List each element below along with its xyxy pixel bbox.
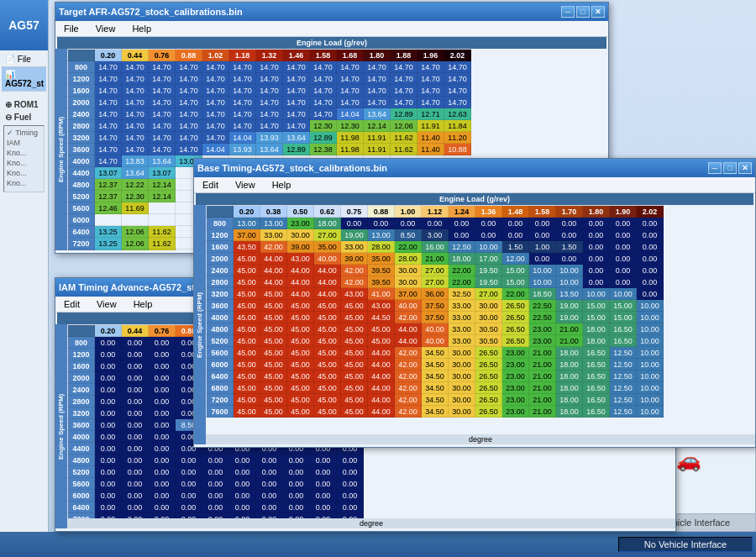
table-cell[interactable]: 0.00: [202, 455, 229, 466]
table-cell[interactable]: 13.07: [149, 167, 176, 179]
table-cell[interactable]: 45.00: [314, 300, 341, 312]
table-cell[interactable]: [149, 202, 176, 214]
table-cell[interactable]: 45.00: [287, 394, 314, 406]
table-cell[interactable]: 19.00: [556, 300, 583, 312]
base-timing-titlebar[interactable]: Base Timing-AG572_stock_calibrations.bin…: [194, 159, 755, 177]
table-cell[interactable]: 41.00: [368, 288, 395, 300]
table-cell[interactable]: 27.00: [422, 265, 449, 276]
table-cell[interactable]: 10.00: [637, 323, 664, 335]
table-cell[interactable]: 0.00: [149, 502, 176, 513]
table-cell[interactable]: 44.00: [260, 276, 287, 288]
table-cell[interactable]: 45.00: [234, 253, 260, 265]
table-cell[interactable]: 11.62: [391, 144, 417, 155]
table-cell[interactable]: 11.69: [122, 202, 149, 214]
table-cell[interactable]: 0.00: [256, 455, 283, 466]
table-cell[interactable]: 11.91: [417, 120, 444, 132]
table-cell[interactable]: 42.00: [395, 359, 422, 370]
table-cell[interactable]: 33.00: [449, 323, 475, 335]
table-cell[interactable]: 0.00: [583, 253, 610, 265]
table-cell[interactable]: 11.62: [149, 238, 176, 250]
table-cell[interactable]: 23.00: [502, 406, 529, 418]
table-cell[interactable]: 8.50: [395, 229, 422, 241]
table-cell[interactable]: 45.00: [314, 323, 341, 335]
table-cell[interactable]: 13.64: [283, 132, 310, 144]
table-cell[interactable]: 11.84: [444, 120, 471, 132]
table-cell[interactable]: 45.00: [260, 335, 287, 347]
table-cell[interactable]: 12.50: [610, 406, 637, 418]
table-cell[interactable]: 0.00: [149, 337, 176, 349]
table-cell[interactable]: 14.04: [202, 144, 229, 155]
table-cell[interactable]: 14.70: [364, 97, 391, 108]
table-cell[interactable]: 15.00: [583, 300, 610, 312]
table-cell[interactable]: 12.30: [337, 120, 364, 132]
table-cell[interactable]: 45.00: [287, 323, 314, 335]
table-cell[interactable]: 0.00: [610, 229, 637, 241]
table-cell[interactable]: 0.00: [310, 455, 337, 466]
table-cell[interactable]: 45.00: [314, 394, 341, 406]
table-cell[interactable]: 14.70: [122, 108, 149, 120]
table-cell[interactable]: 13.00: [260, 218, 287, 229]
table-cell[interactable]: 42.00: [341, 276, 368, 288]
table-cell[interactable]: 45.00: [234, 359, 260, 370]
table-cell[interactable]: 14.70: [229, 97, 256, 108]
table-cell[interactable]: 14.70: [149, 97, 176, 108]
table-cell[interactable]: 14.70: [95, 85, 122, 97]
bt-menu-help[interactable]: Help: [267, 179, 297, 191]
table-cell[interactable]: 21.00: [529, 359, 556, 370]
table-cell[interactable]: 21.00: [529, 347, 556, 359]
table-cell[interactable]: 14.70: [310, 97, 337, 108]
table-cell[interactable]: 14.70: [176, 85, 202, 97]
table-cell[interactable]: 23.00: [502, 370, 529, 382]
table-cell[interactable]: 45.00: [260, 406, 287, 418]
table-cell[interactable]: 33.00: [449, 312, 475, 323]
table-cell[interactable]: 0.00: [637, 241, 664, 253]
table-cell[interactable]: 14.70: [283, 61, 310, 73]
table-cell[interactable]: 0.00: [149, 443, 176, 455]
table-cell[interactable]: 13.25: [95, 238, 122, 250]
table-cell[interactable]: 0.00: [176, 490, 202, 502]
table-cell[interactable]: 23.00: [502, 359, 529, 370]
table-cell[interactable]: 12.71: [417, 108, 444, 120]
table-cell[interactable]: 0.00: [122, 443, 149, 455]
table-cell[interactable]: 44.00: [368, 406, 395, 418]
table-cell[interactable]: 16.50: [583, 382, 610, 394]
table-cell[interactable]: 14.70: [95, 144, 122, 155]
table-cell[interactable]: 0.00: [283, 502, 310, 513]
table-cell[interactable]: 14.70: [202, 120, 229, 132]
table-cell[interactable]: 12.37: [95, 179, 122, 191]
table-cell[interactable]: 22.00: [449, 276, 475, 288]
table-cell[interactable]: 11.20: [444, 132, 471, 144]
table-cell[interactable]: 14.70: [202, 85, 229, 97]
table-cell[interactable]: 21.00: [529, 406, 556, 418]
table-cell[interactable]: 0.00: [556, 229, 583, 241]
table-cell[interactable]: 11.40: [417, 132, 444, 144]
table-cell[interactable]: 10.00: [637, 359, 664, 370]
table-cell[interactable]: 10.00: [556, 265, 583, 276]
table-cell[interactable]: 14.70: [202, 73, 229, 85]
table-cell[interactable]: 18.00: [556, 394, 583, 406]
table-cell[interactable]: 14.70: [176, 97, 202, 108]
table-cell[interactable]: 27.00: [475, 288, 502, 300]
table-cell[interactable]: 16.50: [583, 347, 610, 359]
table-cell[interactable]: 14.70: [283, 97, 310, 108]
table-cell[interactable]: 0.00: [122, 407, 149, 419]
table-cell[interactable]: 44.00: [287, 288, 314, 300]
table-cell[interactable]: 30.00: [395, 265, 422, 276]
table-cell[interactable]: 45.00: [260, 359, 287, 370]
knock4-item[interactable]: Kno...: [6, 178, 42, 188]
table-cell[interactable]: 0.00: [122, 431, 149, 443]
table-cell[interactable]: 14.70: [256, 73, 283, 85]
table-cell[interactable]: 21.00: [529, 382, 556, 394]
table-cell[interactable]: 13.50: [556, 288, 583, 300]
table-cell[interactable]: 14.70: [202, 132, 229, 144]
table-cell[interactable]: 39.50: [368, 265, 395, 276]
table-cell[interactable]: 44.00: [260, 265, 287, 276]
table-cell[interactable]: 44.00: [314, 265, 341, 276]
table-cell[interactable]: 0.00: [95, 349, 122, 360]
table-cell[interactable]: 18.00: [556, 382, 583, 394]
table-cell[interactable]: 0.00: [149, 384, 176, 396]
table-cell[interactable]: 0.00: [449, 218, 475, 229]
table-cell[interactable]: 12.50: [610, 370, 637, 382]
table-cell[interactable]: 26.50: [502, 312, 529, 323]
table-cell[interactable]: 0.00: [502, 229, 529, 241]
